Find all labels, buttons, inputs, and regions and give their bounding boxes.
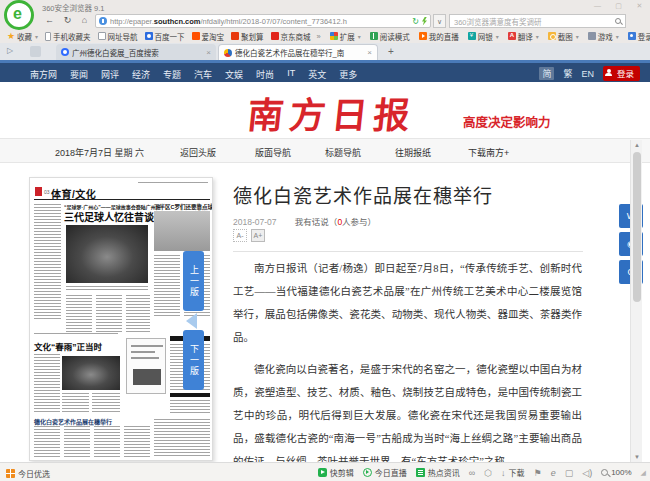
- bookmark-jd[interactable]: 京东商城: [271, 31, 311, 42]
- back-icon[interactable]: [42, 14, 57, 27]
- live-circle-icon: [363, 468, 372, 477]
- column-text: [96, 295, 122, 333]
- search-placeholder[interactable]: 360浏览器满意度有奖调研: [454, 16, 615, 27]
- bookmark-site-nav[interactable]: 网址导航: [98, 31, 138, 42]
- kicker-line: [34, 333, 118, 336]
- nav-entertainment[interactable]: 文娱: [225, 68, 243, 81]
- online-bank-button[interactable]: 网银: [468, 31, 499, 42]
- thumb-headline-mid: 文化“春雨”正当时: [34, 340, 102, 352]
- tab-thumbnail-icon[interactable]: [30, 46, 41, 57]
- link-page-nav[interactable]: 版面导航: [255, 146, 291, 159]
- quick-clip-button[interactable]: 快剪辑: [318, 467, 354, 478]
- url-dropdown-icon[interactable]: [433, 14, 446, 28]
- close-tab-icon[interactable]: [367, 48, 372, 57]
- previous-page-button[interactable]: 上一版: [183, 251, 204, 311]
- lang-traditional[interactable]: 繁: [563, 67, 572, 80]
- bank-icon: [468, 32, 476, 40]
- taobao-icon: [192, 32, 200, 40]
- minimize-button[interactable]: —: [591, 2, 604, 10]
- speed-refresh-icon[interactable]: [412, 17, 419, 26]
- globe-icon: [98, 32, 106, 40]
- clip-play-icon: [318, 468, 327, 477]
- bookmark-favorites[interactable]: 收藏: [7, 31, 38, 42]
- today-picks-button[interactable]: 今日优选: [6, 468, 50, 479]
- address-bar[interactable]: http://epaper.southcn.com/nfdaily/html/2…: [95, 14, 431, 28]
- lang-english[interactable]: EN: [581, 69, 594, 79]
- column-text: [170, 400, 210, 414]
- nav-economy[interactable]: 经济: [132, 68, 150, 81]
- translate-button[interactable]: 翻译: [508, 31, 539, 42]
- speaker-icon[interactable]: ◁): [582, 468, 592, 478]
- link-front-page[interactable]: 返回头版: [180, 146, 216, 159]
- url-text[interactable]: http://epaper.southcn.com/nfdaily/html/2…: [110, 17, 412, 26]
- column-text: [94, 426, 120, 458]
- bookmark-baidu[interactable]: 百度一下: [145, 31, 185, 42]
- maximize-button[interactable]: ▢: [612, 2, 625, 10]
- login-button[interactable]: 登录: [603, 66, 640, 81]
- kite-accelerator-icon[interactable]: ⬡: [484, 468, 492, 478]
- bookmark-mobile-favorites[interactable]: 手机收藏夹: [45, 31, 91, 42]
- nav-it[interactable]: IT: [287, 68, 295, 81]
- nav-special[interactable]: 专题: [163, 68, 181, 81]
- bookmark-juhuasuan[interactable]: 聚划算: [231, 31, 264, 42]
- navigation-toolbar: http://epaper.southcn.com/nfdaily/html/2…: [0, 13, 650, 29]
- gamepad-icon: [588, 32, 596, 40]
- my-live-button[interactable]: 我的直播: [419, 31, 459, 42]
- nav-comment[interactable]: 网评: [101, 68, 119, 81]
- login-manager-button[interactable]: 登录管家: [628, 31, 650, 42]
- hot-news-button[interactable]: 热点资讯: [416, 467, 460, 478]
- scroll-down-icon[interactable]: ▼: [631, 454, 643, 460]
- nav-auto[interactable]: 汽车: [194, 68, 212, 81]
- window-controls: — ▢ ✕: [591, 2, 646, 10]
- search-box[interactable]: 360浏览器满意度有奖调研: [449, 14, 626, 28]
- nav-southcn[interactable]: 南方网: [30, 68, 57, 81]
- refresh-icon[interactable]: [60, 14, 75, 27]
- column-text: [66, 295, 92, 333]
- tab-article-active[interactable]: 德化白瓷艺术作品展在穗举行_南: [218, 44, 378, 60]
- font-decrease-button[interactable]: A-: [233, 229, 247, 242]
- window-split-icon[interactable]: ▢: [565, 468, 574, 478]
- close-tab-icon[interactable]: [206, 48, 211, 57]
- screenshot-button[interactable]: 截图: [548, 31, 579, 42]
- title-bar: 360安全浏览器 9.1 — ▢ ✕: [0, 0, 650, 13]
- download-button[interactable]: ↓下载: [501, 467, 525, 478]
- browser-360-logo-icon[interactable]: e: [4, 0, 34, 30]
- comments-link[interactable]: 我有话说（0人参与）: [295, 217, 376, 227]
- nav-english[interactable]: 英文: [308, 68, 326, 81]
- font-increase-button[interactable]: A+: [251, 229, 265, 242]
- tab-bar: 广州德化白瓷展_百度搜索 德化白瓷艺术作品展在穗举行_南 +: [0, 43, 650, 60]
- vertical-scrollbar[interactable]: ▲ ▼: [630, 140, 642, 462]
- tab-list-icon[interactable]: [7, 46, 13, 55]
- reading-mode-button[interactable]: 阅读模式: [370, 31, 410, 42]
- next-page-button[interactable]: 下一版: [183, 330, 204, 390]
- flag-report-icon[interactable]: ⚑: [534, 468, 542, 478]
- ie-compat-icon[interactable]: e: [551, 468, 556, 478]
- bookmark-taobao[interactable]: 爱淘宝: [192, 31, 225, 42]
- scrollbar-thumb[interactable]: [633, 152, 641, 302]
- link-download-app[interactable]: 下载南方+: [468, 146, 509, 159]
- site-nav-bar: 南方网 要闻 网评 经济 专题 汽车 文娱 时尚 IT 英文 更多 简 繁 EN…: [0, 60, 650, 82]
- nav-more[interactable]: 更多: [339, 68, 357, 81]
- extensions-button[interactable]: 扩展: [330, 31, 361, 42]
- bookmark-overflow-icon[interactable]: »: [317, 32, 321, 41]
- nav-fashion[interactable]: 时尚: [256, 68, 274, 81]
- lightning-accelerate-icon[interactable]: [422, 17, 427, 26]
- close-button[interactable]: ✕: [633, 2, 646, 10]
- page-zoom-control[interactable]: 100%: [601, 468, 631, 477]
- link-past-issues[interactable]: 往期报纸: [395, 146, 431, 159]
- thumb-photo-match: [154, 211, 210, 251]
- tab-baidu-search[interactable]: 广州德化白瓷展_百度搜索: [56, 44, 216, 60]
- search-icon[interactable]: [615, 18, 621, 24]
- home-icon[interactable]: [77, 14, 92, 27]
- today-live-button[interactable]: 今日直播: [363, 467, 407, 478]
- new-tab-button[interactable]: +: [384, 45, 398, 58]
- page-number: 03: [44, 189, 50, 195]
- incognito-icon[interactable]: ∞: [469, 468, 475, 478]
- lang-simplified[interactable]: 简: [539, 67, 554, 80]
- resize-grip[interactable]: ◢: [641, 469, 646, 477]
- page-header-info: [138, 182, 208, 185]
- nav-news[interactable]: 要闻: [70, 68, 88, 81]
- scroll-up-icon[interactable]: ▲: [631, 142, 643, 148]
- games-button[interactable]: 游戏: [588, 31, 619, 42]
- link-title-nav[interactable]: 标题导航: [325, 146, 361, 159]
